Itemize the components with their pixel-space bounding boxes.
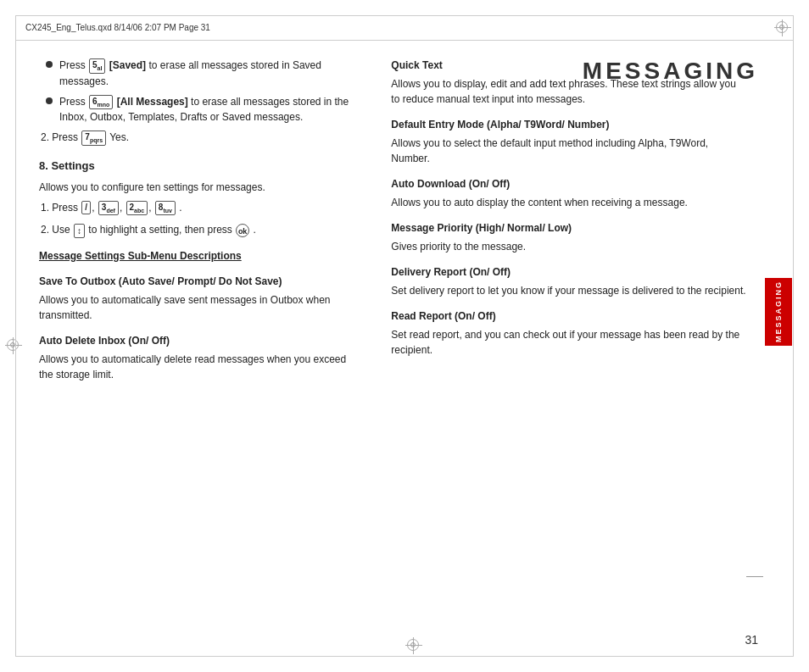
key-2: 2abc [126, 201, 148, 216]
bullet-item-2: Press 6mno [All Messages] to erase all m… [46, 94, 357, 125]
comma2: , [120, 202, 126, 214]
message-priority-heading: Message Priority (High/ Normal/ Low) [391, 220, 746, 236]
comma1: , [92, 202, 98, 214]
bullet-item-1: Press 5al [Saved] to erase all messages … [46, 58, 357, 89]
sidebar-text: MESSAGING [774, 280, 783, 342]
step2b-suffix: . [253, 224, 255, 236]
all-messages-label: [All Messages] [117, 96, 188, 108]
save-outbox-description: Allows you to automatically save sent me… [39, 292, 357, 323]
submenu-heading: Message Settings Sub-Menu Descriptions [39, 248, 357, 264]
key-5: 5al [89, 58, 105, 74]
left-column: Press 5al [Saved] to erase all messages … [15, 41, 374, 657]
read-report-heading: Read Report (On/ Off) [391, 308, 746, 324]
right-column: Quick Text Allows you to display, edit a… [374, 41, 763, 657]
default-entry-heading: Default Entry Mode (Alpha/ T9Word/ Numbe… [391, 117, 746, 132]
message-priority-description: Gives priority to the message. [391, 239, 746, 254]
press-label-1: Press [59, 59, 88, 71]
key-slash: / [81, 201, 91, 214]
bullet-content-2: Press 6mno [All Messages] to erase all m… [59, 94, 357, 125]
read-report-description: Set read report, and you can check out i… [391, 327, 746, 358]
key-6: 6mno [89, 95, 113, 110]
content-area: Press 5al [Saved] to erase all messages … [15, 41, 763, 657]
period1: . [176, 202, 182, 214]
file-header: CX245_Eng_Telus.qxd 8/14/06 2:07 PM Page… [15, 15, 794, 41]
settings-step1: 1. Press /, 3def, 2abc, 8tuv . [41, 200, 357, 216]
step2b-prefix: 2. Use [41, 224, 73, 236]
settings-description: Allows you to configure ten settings for… [39, 180, 357, 195]
quick-text-heading: Quick Text [391, 58, 746, 73]
sidebar-red-block: MESSAGING [765, 278, 792, 346]
bullet-content-1: Press 5al [Saved] to erase all messages … [59, 58, 357, 89]
default-entry-description: Allows you to select the default input m… [391, 136, 746, 166]
saved-label: [Saved] [109, 59, 146, 71]
column-divider [421, 41, 421, 657]
settings-heading: 8. Settings [39, 158, 357, 175]
step2: 2. Press 7pqrs Yes. [41, 130, 357, 146]
delivery-report-heading: Delivery Report (On/ Off) [391, 264, 746, 280]
settings-step1-prefix: 1. Press [41, 202, 81, 214]
arrow-key: ↕ [74, 224, 85, 238]
key-3: 3def [98, 201, 119, 216]
file-header-text: CX245_Eng_Telus.qxd 8/14/06 2:07 PM Page… [25, 23, 210, 32]
comma3: , [148, 202, 154, 214]
auto-download-heading: Auto Download (On/ Off) [391, 176, 746, 192]
step2b-middle: to highlight a setting, then press [88, 224, 235, 236]
quick-text-description: Allows you to display, edit and add text… [391, 76, 746, 107]
step2-suffix: Yes. [109, 131, 129, 143]
delivery-report-description: Set delivery report to let you know if y… [391, 283, 746, 298]
auto-download-description: Allows you to auto display the content w… [391, 195, 746, 210]
save-outbox-heading: Save To Outbox (Auto Save/ Prompt/ Do No… [39, 274, 357, 289]
settings-step2: 2. Use ↕ to highlight a setting, then pr… [41, 222, 357, 237]
bullet-dot-2 [46, 97, 53, 104]
bullet-dot-1 [46, 61, 53, 68]
ok-key: ok [236, 224, 249, 237]
sidebar-label: MESSAGING [763, 41, 794, 657]
step2-prefix: 2. Press [41, 131, 81, 143]
key-8: 8tuv [155, 201, 176, 216]
press-label-2: Press [59, 96, 88, 108]
key-7: 7pqrs [81, 131, 106, 146]
auto-delete-description: Allows you to automatically delete read … [39, 352, 357, 382]
auto-delete-heading: Auto Delete Inbox (On/ Off) [39, 333, 357, 348]
